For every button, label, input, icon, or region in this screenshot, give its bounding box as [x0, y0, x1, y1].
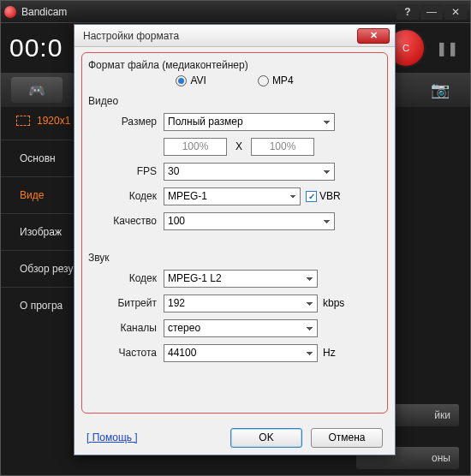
ok-button[interactable]: OK — [230, 428, 302, 448]
size-select[interactable]: Полный размер — [164, 113, 335, 131]
frequency-select[interactable]: 44100 — [164, 344, 318, 362]
close-button[interactable]: ✕ — [444, 4, 467, 20]
radio-mp4-indicator — [258, 75, 269, 86]
dialog-titlebar: Настройки формата ✕ — [75, 25, 395, 47]
resolution-label: 1920x1 — [37, 115, 70, 127]
recording-timer: 00:0 — [9, 33, 63, 62]
audio-codec-select[interactable]: MPEG-1 L2 — [164, 270, 318, 288]
x-separator: X — [236, 140, 242, 152]
frequency-label: Частота — [95, 347, 157, 359]
fps-select[interactable]: 30 — [164, 163, 335, 181]
radio-avi[interactable]: AVI — [176, 74, 206, 86]
bitrate-label: Битрейт — [95, 297, 157, 309]
video-codec-select[interactable]: MPEG-1 — [164, 187, 301, 205]
width-percent-input — [164, 138, 227, 156]
height-percent-input — [251, 138, 314, 156]
channels-select[interactable]: стерео — [164, 319, 318, 337]
gamepad-icon: 🎮 — [28, 82, 45, 98]
game-mode-tab[interactable]: 🎮 — [11, 77, 63, 103]
help-button[interactable]: ? — [396, 4, 419, 20]
radio-mp4[interactable]: MP4 — [258, 74, 294, 86]
bitrate-select[interactable]: 192 — [164, 295, 318, 312]
format-settings-dialog: Настройки формата ✕ Формат файла (медиак… — [74, 24, 396, 455]
pause-button[interactable]: ❚❚ — [432, 33, 462, 62]
dialog-close-button[interactable]: ✕ — [357, 28, 390, 44]
container-group-label: Формат файла (медиаконтейнер) — [88, 59, 385, 71]
bitrate-unit: kbps — [323, 297, 344, 309]
app-icon — [4, 6, 16, 18]
frequency-unit: Hz — [323, 347, 336, 359]
dialog-body: Формат файла (медиаконтейнер) AVI MP4 Ви… — [75, 47, 395, 420]
dialog-title: Настройки формата — [83, 30, 357, 42]
cancel-button[interactable]: Отмена — [311, 428, 383, 448]
minimize-button[interactable]: — — [420, 4, 443, 20]
video-group-label: Видео — [88, 95, 385, 107]
size-label: Размер — [95, 116, 157, 128]
quality-select[interactable]: 100 — [164, 212, 335, 230]
camera-icon[interactable]: 📷 — [420, 78, 460, 102]
radio-avi-indicator — [176, 75, 187, 86]
fps-label: FPS — [95, 165, 157, 177]
vbr-checkbox[interactable]: ✓ VBR — [306, 190, 341, 202]
video-codec-label: Кодек — [95, 190, 157, 202]
help-link[interactable]: Помощь — [86, 431, 138, 443]
selection-rect-icon — [16, 116, 30, 126]
check-icon: ✓ — [306, 191, 317, 202]
audio-group-label: Звук — [88, 252, 385, 264]
app-title: Bandicam — [21, 6, 395, 18]
quality-label: Качество — [95, 215, 157, 227]
titlebar: Bandicam ? — ✕ — [1, 1, 470, 23]
channels-label: Каналы — [95, 322, 157, 334]
dialog-footer: Помощь OK Отмена — [75, 420, 395, 455]
audio-codec-label: Кодек — [95, 272, 157, 284]
